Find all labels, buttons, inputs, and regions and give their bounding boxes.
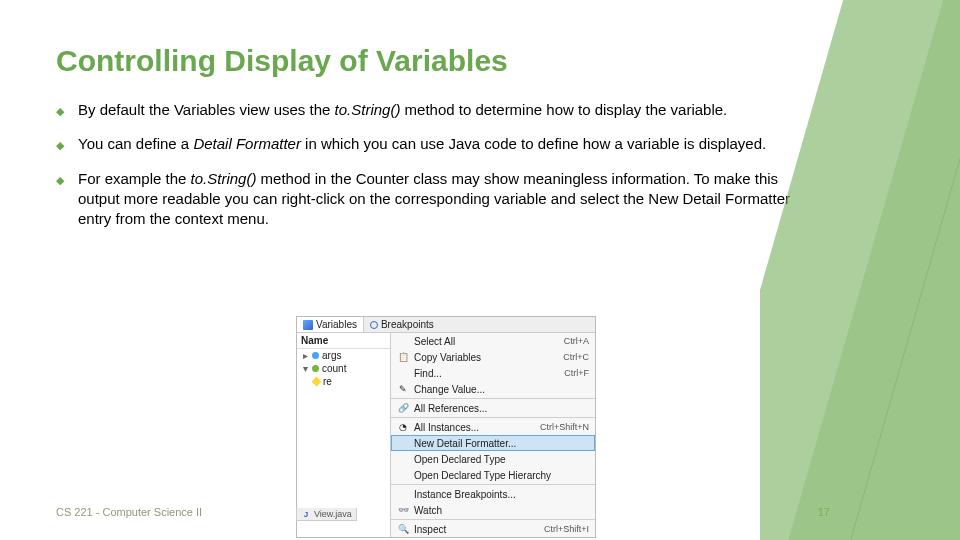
tab-breakpoints[interactable]: Breakpoints bbox=[364, 317, 440, 332]
text: You can define a bbox=[78, 135, 193, 152]
menu-item[interactable]: ✎Change Value... bbox=[391, 381, 595, 397]
tab-variables[interactable]: Variables bbox=[297, 317, 364, 332]
menu-item-icon: ✎ bbox=[397, 383, 409, 395]
menu-item-shortcut: Ctrl+A bbox=[564, 336, 589, 346]
menu-item[interactable]: New Detail Formatter... bbox=[391, 435, 595, 451]
editor-tab-label: View.java bbox=[314, 509, 352, 519]
menu-item-label: Open Declared Type Hierarchy bbox=[414, 470, 584, 481]
view-tabs: Variables Breakpoints bbox=[297, 317, 595, 333]
menu-item[interactable]: Open Declared Type Hierarchy bbox=[391, 467, 595, 483]
tree-header: Name bbox=[297, 333, 390, 349]
emphasis: to.String() bbox=[191, 170, 257, 187]
bullet-text: For example the to.String() method in th… bbox=[78, 169, 798, 230]
embedded-screenshot: Variables Breakpoints Name ▸args ▾count … bbox=[296, 316, 596, 538]
menu-separator bbox=[391, 519, 595, 520]
text: in which you can use Java code to define… bbox=[301, 135, 766, 152]
tree-label: count bbox=[322, 363, 346, 374]
variables-tree: Name ▸args ▾count re bbox=[297, 333, 391, 537]
tree-item[interactable]: ▸args bbox=[297, 349, 390, 362]
tab-label: Breakpoints bbox=[381, 319, 434, 330]
menu-item-shortcut: Ctrl+C bbox=[563, 352, 589, 362]
text: method to determine how to display the v… bbox=[400, 101, 727, 118]
menu-item-label: Watch bbox=[414, 505, 584, 516]
menu-separator bbox=[391, 484, 595, 485]
bullet-item: ◆ You can define a Detail Formatter in w… bbox=[56, 134, 904, 154]
menu-item-label: All References... bbox=[414, 403, 584, 414]
emphasis: Detail Formatter bbox=[193, 135, 301, 152]
menu-item-label: Inspect bbox=[414, 524, 539, 535]
breakpoints-icon bbox=[370, 321, 378, 329]
variable-icon bbox=[312, 352, 319, 359]
menu-item-label: Instance Breakpoints... bbox=[414, 489, 584, 500]
menu-item[interactable]: Open Declared Type bbox=[391, 451, 595, 467]
menu-item-icon bbox=[397, 437, 409, 449]
variables-icon bbox=[303, 320, 313, 330]
text: By default the Variables view uses the bbox=[78, 101, 335, 118]
menu-item-label: Copy Variables bbox=[414, 352, 558, 363]
menu-item-label: All Instances... bbox=[414, 422, 535, 433]
tree-item[interactable]: re bbox=[297, 375, 390, 388]
tree-twisty-icon: ▸ bbox=[301, 350, 309, 361]
menu-item[interactable]: Instance Breakpoints... bbox=[391, 486, 595, 502]
tree-twisty-icon: ▾ bbox=[301, 363, 309, 374]
bullet-text: By default the Variables view uses the t… bbox=[78, 100, 798, 120]
menu-item-label: Select All bbox=[414, 336, 559, 347]
menu-item-label: Open Declared Type bbox=[414, 454, 584, 465]
menu-item[interactable]: 👓Watch bbox=[391, 502, 595, 518]
menu-item[interactable]: 📋Copy VariablesCtrl+C bbox=[391, 349, 595, 365]
tree-label: args bbox=[322, 350, 341, 361]
bullet-item: ◆ By default the Variables view uses the… bbox=[56, 100, 904, 120]
menu-item-icon: 📋 bbox=[397, 351, 409, 363]
menu-item-icon bbox=[397, 488, 409, 500]
bullet-marker-icon: ◆ bbox=[56, 104, 64, 119]
menu-item-label: Change Value... bbox=[414, 384, 584, 395]
variable-icon bbox=[312, 365, 319, 372]
menu-item-shortcut: Ctrl+F bbox=[564, 368, 589, 378]
text: For example the bbox=[78, 170, 191, 187]
menu-item[interactable]: Select AllCtrl+A bbox=[391, 333, 595, 349]
slide: Controlling Display of Variables ◆ By de… bbox=[0, 0, 960, 540]
bullet-marker-icon: ◆ bbox=[56, 138, 64, 153]
menu-separator bbox=[391, 398, 595, 399]
menu-item[interactable]: ◔All Instances...Ctrl+Shift+N bbox=[391, 419, 595, 435]
menu-item-icon bbox=[397, 367, 409, 379]
context-menu: Select AllCtrl+A📋Copy VariablesCtrl+CFin… bbox=[391, 333, 595, 537]
menu-item-label: New Detail Formatter... bbox=[414, 438, 584, 449]
variables-pane: Name ▸args ▾count re Select AllCtrl+A📋Co… bbox=[297, 333, 595, 537]
menu-item-icon: 👓 bbox=[397, 504, 409, 516]
tree-item[interactable]: ▾count bbox=[297, 362, 390, 375]
bullet-text: You can define a Detail Formatter in whi… bbox=[78, 134, 798, 154]
java-file-icon: J bbox=[301, 509, 311, 519]
menu-item-icon bbox=[397, 469, 409, 481]
menu-item-icon: 🔗 bbox=[397, 402, 409, 414]
menu-item-icon bbox=[397, 453, 409, 465]
tab-label: Variables bbox=[316, 319, 357, 330]
menu-item-label: Find... bbox=[414, 368, 559, 379]
menu-item-icon: 🔍 bbox=[397, 523, 409, 535]
menu-item-icon: ◔ bbox=[397, 421, 409, 433]
menu-separator bbox=[391, 417, 595, 418]
menu-item-shortcut: Ctrl+Shift+I bbox=[544, 524, 589, 534]
slide-decoration bbox=[760, 0, 960, 540]
footer-page-number: 17 bbox=[818, 506, 830, 518]
menu-item-icon bbox=[397, 335, 409, 347]
menu-item[interactable]: 🔍InspectCtrl+Shift+I bbox=[391, 521, 595, 537]
bullet-marker-icon: ◆ bbox=[56, 173, 64, 188]
bullet-item: ◆ For example the to.String() method in … bbox=[56, 169, 904, 230]
tree-label: re bbox=[323, 376, 332, 387]
slide-title: Controlling Display of Variables bbox=[56, 44, 904, 78]
menu-item-shortcut: Ctrl+Shift+N bbox=[540, 422, 589, 432]
footer-course: CS 221 - Computer Science II bbox=[56, 506, 202, 518]
emphasis: to.String() bbox=[335, 101, 401, 118]
bullet-list: ◆ By default the Variables view uses the… bbox=[56, 100, 904, 229]
menu-item[interactable]: Find...Ctrl+F bbox=[391, 365, 595, 381]
menu-item[interactable]: 🔗All References... bbox=[391, 400, 595, 416]
variable-icon bbox=[312, 377, 322, 387]
editor-tab[interactable]: J View.java bbox=[296, 508, 357, 521]
